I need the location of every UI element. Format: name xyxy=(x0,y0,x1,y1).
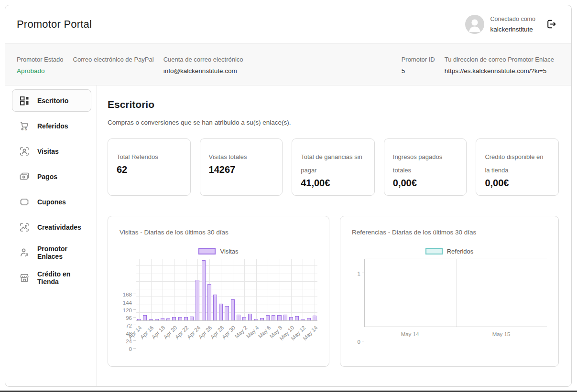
legend-swatch xyxy=(425,248,443,254)
username: kalckerinstitute xyxy=(490,26,535,33)
referrals-bar-chart: 01 May 14May 15 xyxy=(352,259,547,341)
status-field-label: Correo electrónico de PayPal xyxy=(73,56,154,63)
sidebar-item-label: Creatividades xyxy=(37,223,81,231)
bar xyxy=(184,317,188,320)
stat-card-label: Crédito disponible en la tienda xyxy=(485,150,550,177)
stat-card-value: 41,00€ xyxy=(301,178,366,189)
bar xyxy=(161,318,164,320)
sidebar-item-label: Cupones xyxy=(37,198,66,206)
legend-swatch xyxy=(198,248,216,254)
x-axis-tick-label: May 2 xyxy=(234,325,249,339)
sidebar-item-credito-en-tienda[interactable]: Crédito en Tienda xyxy=(12,266,91,289)
bar xyxy=(178,317,182,320)
sidebar-item-pagos[interactable]: Pagos xyxy=(12,165,91,188)
sidebar-item-promotor-enlaces[interactable]: Promotor Enlaces xyxy=(12,241,91,264)
y-axis-tick-label: 168 xyxy=(123,292,132,297)
sidebar-item-label: Promotor Enlaces xyxy=(37,245,91,260)
gridline xyxy=(456,259,457,327)
stat-card-value: 62 xyxy=(117,164,182,175)
sidebar-item-visitas[interactable]: Visitas xyxy=(12,140,91,162)
legend-label: Referidos xyxy=(447,248,474,255)
gridline xyxy=(136,281,317,282)
y-axis-tick-label: 72 xyxy=(126,323,132,328)
chart-title: Visitas - Diarias de los últimos 30 días xyxy=(120,229,317,236)
stat-card-visitas-totales: Visitas totales 14267 xyxy=(200,138,283,196)
bar xyxy=(207,284,211,321)
status-field-value xyxy=(73,67,154,75)
status-field-value: 5 xyxy=(402,67,435,75)
gridline xyxy=(315,259,315,320)
sidebar-item-label: Crédito en Tienda xyxy=(37,270,91,286)
stat-card-total-referidos: Total Referidos 62 xyxy=(108,138,191,196)
y-axis-tick-label: 0 xyxy=(358,339,360,345)
plot-area xyxy=(136,259,317,321)
cart-icon: $ xyxy=(19,120,30,132)
x-axis-tick-label: May 6 xyxy=(257,325,272,339)
visits-chart-card: Visitas - Diarias de los últimos 30 días… xyxy=(108,216,329,367)
stat-card-ingresos-pagados: Ingresos pagados totales 0,00€ xyxy=(384,138,467,196)
bar xyxy=(143,315,147,320)
sidebar-item-creatividades[interactable]: Creatividades xyxy=(12,216,91,238)
stat-card-label: Total de ganancias sin pagar xyxy=(301,150,366,177)
image-icon xyxy=(19,222,30,233)
gridline xyxy=(365,258,547,258)
referrals-chart-card: Referencias - Diarias de los últimos 30 … xyxy=(340,216,559,367)
gridline xyxy=(136,274,317,274)
sidebar: Escritorio $ Referidos xyxy=(5,85,97,386)
gridline xyxy=(136,265,317,266)
gridline xyxy=(136,289,317,289)
bar xyxy=(248,314,252,320)
sidebar-item-cupones[interactable]: Cupones xyxy=(12,191,91,213)
stat-card-label: Total Referidos xyxy=(117,150,182,164)
promotor-portal-window: Promotor Portal Conectado como kalckerin… xyxy=(5,5,572,387)
gridline xyxy=(186,259,186,320)
stat-card-value: 0,00€ xyxy=(485,178,550,189)
main-content: Escritorio Compras o conversiones que se… xyxy=(97,85,571,386)
gridline xyxy=(291,259,292,320)
y-axis-tick-label: 96 xyxy=(126,315,132,321)
gridline xyxy=(163,259,163,320)
gridline xyxy=(151,259,152,320)
bar xyxy=(313,316,316,320)
status-field-account-email: Cuenta de correo electrónico info@kalcke… xyxy=(163,56,243,75)
gridline xyxy=(256,259,257,320)
sidebar-item-label: Referidos xyxy=(37,122,68,130)
status-field-paypal-email: Correo electrónico de PayPal xyxy=(73,56,154,75)
avatar xyxy=(465,15,484,34)
gridline xyxy=(280,259,280,320)
legend-label: Visitas xyxy=(220,248,238,255)
status-bar: Promotor Estado Aprobado Correo electrón… xyxy=(5,43,571,85)
connected-as-label: Conectado como xyxy=(490,16,535,22)
chart-legend: Visitas xyxy=(120,247,317,255)
gridline xyxy=(174,259,174,320)
y-axis-tick-label: 120 xyxy=(123,307,132,313)
status-field-label: Promotor Estado xyxy=(17,56,64,63)
bar xyxy=(237,315,240,320)
bar xyxy=(219,304,223,320)
stat-card-ganancias-sin-pagar: Total de ganancias sin pagar 41,00€ xyxy=(292,138,375,196)
x-axis-labels: May 14May 15 xyxy=(364,327,547,341)
bar xyxy=(266,315,270,320)
bar xyxy=(277,315,281,320)
bar xyxy=(196,280,199,320)
status-field-value: info@kalckerinstitute.com xyxy=(163,67,243,75)
visits-bar-chart: 024487296120144168 Apr 14Apr 16Apr 18Apr… xyxy=(120,259,317,349)
bar xyxy=(137,319,141,320)
stat-card-label: Visitas totales xyxy=(209,150,274,164)
logout-button[interactable] xyxy=(546,19,557,30)
gridline xyxy=(303,259,303,320)
sidebar-item-label: Pagos xyxy=(37,173,57,180)
store-icon xyxy=(19,272,30,284)
status-field-label: Cuenta de correo electrónico xyxy=(163,56,243,63)
header: Promotor Portal Conectado como kalckerin… xyxy=(5,5,571,43)
status-field-promotor-link: Tu direccion de correo Promotor Enlace h… xyxy=(445,56,554,75)
sidebar-item-referidos[interactable]: $ Referidos xyxy=(12,115,91,137)
sidebar-item-escritorio[interactable]: Escritorio xyxy=(12,89,91,112)
bar xyxy=(225,306,229,320)
visitor-scan-icon xyxy=(19,146,30,157)
person-link-icon xyxy=(19,247,30,258)
cash-icon xyxy=(19,171,30,182)
status-field-value: https://es.kalckerinstitute.com/?ki=5 xyxy=(445,67,554,75)
chart-legend: Referidos xyxy=(352,247,547,255)
user-block: Conectado como kalckerinstitute xyxy=(490,16,535,33)
